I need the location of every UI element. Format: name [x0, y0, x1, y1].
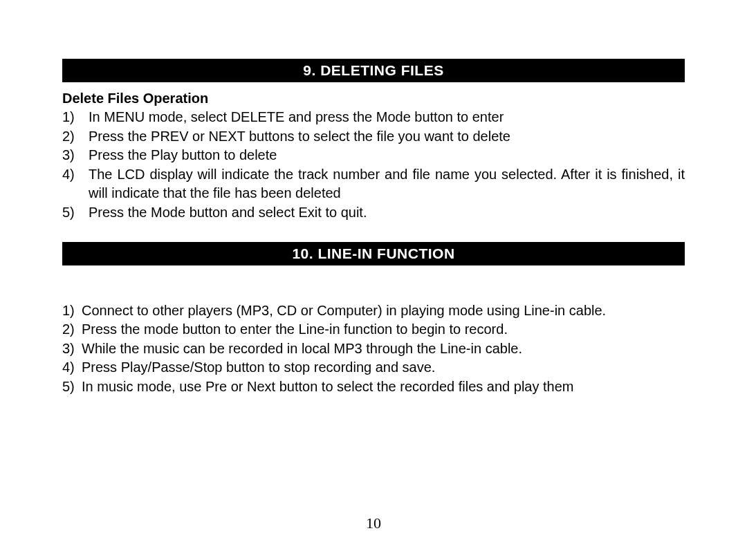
list-item-number: 5) — [62, 203, 89, 223]
list-item-text: Press Play/Passe/Stop button to stop rec… — [82, 358, 685, 377]
spacer — [62, 274, 685, 301]
list-item: 2) Press the PREV or NEXT buttons to sel… — [62, 127, 685, 147]
subheading-delete-files-operation: Delete Files Operation — [62, 91, 685, 106]
list-item: 1) In MENU mode, select DELETE and press… — [62, 108, 685, 127]
list-item-number: 4) — [62, 165, 89, 203]
list-item-number: 2) — [62, 127, 89, 147]
list-item-number: 1) — [62, 108, 89, 127]
section-header-line-in-function: 10. LINE-IN FUNCTION — [62, 242, 685, 265]
list-item-text: The LCD display will indicate the track … — [89, 165, 685, 203]
list-item-number: 1) — [62, 301, 82, 321]
list-item-number: 2) — [62, 320, 82, 339]
list-item: 4) The LCD display will indicate the tra… — [62, 165, 685, 203]
list-item-number: 3) — [62, 339, 82, 359]
list-item-number: 4) — [62, 358, 82, 377]
list-item-text: In music mode, use Pre or Next button to… — [82, 377, 685, 397]
list-item: 5) In music mode, use Pre or Next button… — [62, 377, 685, 397]
section-deleting-files-list: 1) In MENU mode, select DELETE and press… — [62, 108, 685, 223]
list-item-text: Press the PREV or NEXT buttons to select… — [89, 127, 685, 147]
list-item-text: Press the Play button to delete — [89, 146, 685, 165]
list-item-text: Press the Mode button and select Exit to… — [89, 203, 685, 223]
list-item: 3) Press the Play button to delete — [62, 146, 685, 165]
list-item-text: In MENU mode, select DELETE and press th… — [89, 108, 685, 127]
list-item: 1) Connect to other players (MP3, CD or … — [62, 301, 685, 321]
list-item: 3) While the music can be recorded in lo… — [62, 339, 685, 359]
section-line-in-list: 1) Connect to other players (MP3, CD or … — [62, 301, 685, 397]
list-item-text: Press the mode button to enter the Line-… — [82, 320, 685, 339]
list-item: 4) Press Play/Passe/Stop button to stop … — [62, 358, 685, 377]
page-number: 10 — [0, 514, 747, 532]
list-item-number: 5) — [62, 377, 82, 397]
list-item-text: While the music can be recorded in local… — [82, 339, 685, 359]
list-item: 5) Press the Mode button and select Exit… — [62, 203, 685, 223]
list-item-text: Connect to other players (MP3, CD or Com… — [82, 301, 685, 321]
list-item-number: 3) — [62, 146, 89, 165]
section-header-deleting-files: 9. DELETING FILES — [62, 59, 685, 82]
list-item: 2) Press the mode button to enter the Li… — [62, 320, 685, 339]
